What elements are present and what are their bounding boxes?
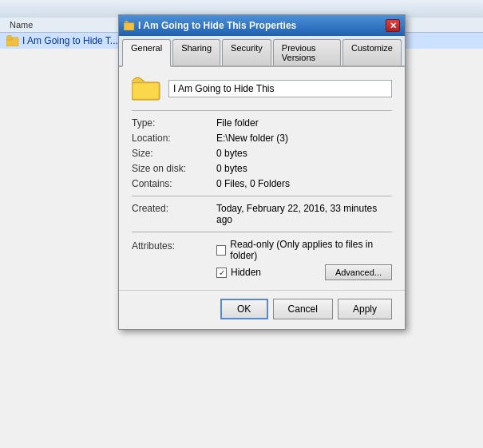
- hidden-label: Hidden: [231, 267, 261, 278]
- contains-value: 0 Files, 0 Folders: [216, 178, 392, 189]
- tab-general[interactable]: General: [122, 39, 171, 67]
- created-grid: Created: Today, February 22, 2016, 33 mi…: [132, 203, 392, 225]
- info-grid: Type: File folder Location: E:\New folde…: [132, 117, 392, 189]
- location-value: E:\New folder (3): [216, 133, 392, 144]
- folder-name-row: [132, 77, 392, 101]
- title-bar-left: I Am Going to Hide This Properties: [124, 20, 296, 31]
- tab-customize[interactable]: Customize: [342, 39, 402, 65]
- folder-name-input[interactable]: [168, 80, 392, 97]
- tab-sharing[interactable]: Sharing: [172, 39, 220, 65]
- attributes-label: Attributes:: [132, 239, 212, 252]
- size-on-disk-label: Size on disk:: [132, 163, 212, 174]
- svg-rect-2: [124, 23, 134, 30]
- dialog-footer: OK Cancel Apply: [119, 290, 405, 329]
- bg-row-name: I Am Going to Hide T...: [22, 35, 118, 46]
- attributes-values: Read-only (Only applies to files in fold…: [216, 239, 392, 280]
- title-bar: I Am Going to Hide This Properties ✕: [119, 15, 405, 36]
- dialog-title: I Am Going to Hide This Properties: [138, 20, 296, 31]
- location-label: Location:: [132, 133, 212, 144]
- tab-previous-versions[interactable]: Previous Versions: [273, 39, 341, 65]
- advanced-button[interactable]: Advanced...: [325, 264, 392, 280]
- type-value: File folder: [216, 117, 392, 129]
- created-value: Today, February 22, 2016, 33 minutes ago: [216, 203, 392, 225]
- properties-dialog: I Am Going to Hide This Properties ✕ Gen…: [118, 14, 406, 330]
- bg-folder-icon: [6, 35, 19, 46]
- hidden-check-mark: ✓: [219, 268, 225, 277]
- type-label: Type:: [132, 117, 212, 129]
- separator-2: [132, 196, 392, 196]
- readonly-row: Read-only (Only applies to files in fold…: [216, 239, 392, 261]
- col-name: Name: [6, 19, 124, 30]
- apply-button[interactable]: Apply: [338, 299, 392, 319]
- contains-label: Contains:: [132, 178, 212, 189]
- ok-button[interactable]: OK: [220, 299, 268, 319]
- svg-rect-4: [133, 84, 158, 98]
- folder-icon-large: [132, 77, 160, 101]
- hidden-checkbox[interactable]: ✓: [216, 268, 227, 278]
- tab-bar: General Sharing Security Previous Versio…: [119, 36, 405, 67]
- separator-1: [132, 110, 392, 111]
- attributes-section: Attributes: Read-only (Only applies to f…: [132, 239, 392, 280]
- cancel-button[interactable]: Cancel: [273, 299, 333, 319]
- close-button[interactable]: ✕: [386, 19, 400, 32]
- hidden-row: ✓ Hidden: [216, 267, 261, 278]
- size-label: Size:: [132, 148, 212, 159]
- separator-3: [132, 232, 392, 232]
- size-value: 0 bytes: [216, 148, 392, 159]
- readonly-label: Read-only (Only applies to files in fold…: [230, 239, 392, 261]
- dialog-title-icon: [124, 21, 135, 30]
- svg-rect-1: [6, 38, 12, 40]
- size-on-disk-value: 0 bytes: [216, 163, 392, 174]
- readonly-checkbox[interactable]: [216, 245, 226, 256]
- created-label: Created:: [132, 203, 212, 225]
- tab-security[interactable]: Security: [222, 39, 271, 65]
- dialog-content: Type: File folder Location: E:\New folde…: [119, 67, 405, 290]
